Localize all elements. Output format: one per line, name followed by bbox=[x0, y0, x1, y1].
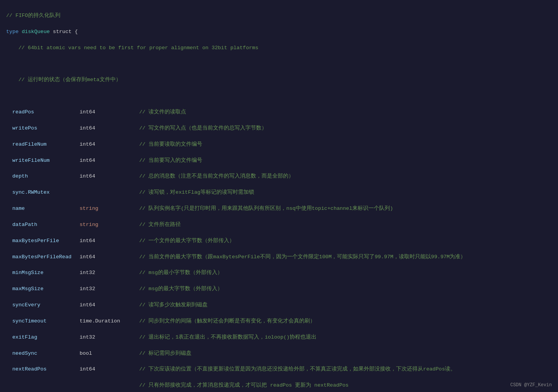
field-writefilenum: writeFileNum bbox=[12, 157, 80, 165]
field-maxmsgsize: maxMsgSize bbox=[12, 285, 80, 293]
field-depth: depth bbox=[12, 173, 80, 181]
comment-maxbytesperfileread: // 当前文件的最大字节数（跟maxBytesPerFile不同，因为一个文件限… bbox=[139, 253, 466, 261]
footer-attribution: CSDN @YZF_Kevin bbox=[510, 382, 552, 389]
comment-nextreadpos: // 下次应该读的位置（不直接更新读位置是因为消息还没投递给外部，不算真正读完成… bbox=[139, 365, 456, 374]
comment-datapath: // 文件所在路径 bbox=[139, 221, 181, 229]
field-rwmutex: sync.RWMutex bbox=[12, 189, 80, 197]
comment-writefilenum: // 当前要写入的文件编号 bbox=[139, 157, 202, 165]
keyword-type: type bbox=[6, 29, 22, 35]
comment-depth: // 总的消息数（注意不是当前文件的写入消息数，而是全部的） bbox=[139, 173, 294, 181]
field-syncevery: syncEvery bbox=[12, 301, 80, 309]
type-synctimeout: time.Duration bbox=[80, 317, 139, 326]
comment-needsync: // 标记需同步到磁盘 bbox=[139, 350, 192, 358]
type-maxbytesperfile: int64 bbox=[80, 237, 139, 245]
comment-maxbytesperfile: // 一个文件的最大字节数（外部传入） bbox=[139, 237, 235, 245]
comment-maxmsgsize: // msg的最大字节数（外部传入） bbox=[139, 285, 223, 293]
field-datapath: dataPath bbox=[12, 221, 80, 229]
comment-runtime-state: // 运行时的状态（会保存到meta文件中） bbox=[6, 77, 121, 83]
field-readfilenum: readFileNum bbox=[12, 141, 80, 149]
field-synctimeout: syncTimeout bbox=[12, 317, 80, 326]
comment-synctimeout: // 同步到文件的间隔（触发时还会判断是否有变化，有变化才会真的刷） bbox=[139, 317, 315, 326]
comment-name: // 队列实例名字(只是打印时用，用来跟其他队列有所区别，nsq中使用topic… bbox=[139, 205, 393, 213]
comment-rwmutex: // 读写锁，对exitFlag等标记的读写时需加锁 bbox=[139, 189, 254, 197]
field-nextreadpos: nextReadPos bbox=[12, 365, 80, 374]
field-readpos: readPos bbox=[12, 108, 80, 116]
comment-fifo: // FIFO的持久化队列 bbox=[6, 13, 60, 18]
comment-writepos: // 写文件的写入点（也是当前文件的总写入字节数） bbox=[139, 125, 267, 133]
type-maxmsgsize: int32 bbox=[80, 285, 139, 293]
type-syncevery: int64 bbox=[80, 301, 139, 309]
field-name: name bbox=[12, 205, 80, 213]
type-name: string bbox=[80, 205, 139, 213]
type-depth: int64 bbox=[80, 173, 139, 181]
type-minmsgsize: int32 bbox=[80, 269, 139, 277]
keyword-struct: struct { bbox=[50, 29, 78, 35]
type-maxbytesperfileread: int64 bbox=[80, 253, 139, 261]
field-exitflag: exitFlag bbox=[12, 334, 80, 342]
comment-minmsgsize: // msg的最小字节数（外部传入） bbox=[139, 269, 223, 277]
code-container: // FIFO的持久化队列 type diskQueue struct { //… bbox=[6, 4, 552, 392]
field-maxbytesperfileread: maxBytesPerFileRead bbox=[12, 253, 80, 261]
comment-readfilenum: // 当前要读取的文件编号 bbox=[139, 141, 202, 149]
field-maxbytesperfile: maxBytesPerFile bbox=[12, 237, 80, 245]
type-datapath: string bbox=[80, 221, 139, 229]
type-exitflag: int32 bbox=[80, 334, 139, 342]
field-writepos: writePos bbox=[12, 125, 80, 133]
comment-alignment: // 64bit atomic vars need to be first fo… bbox=[6, 45, 258, 51]
comment-syncevery: // 读写多少次触发刷到磁盘 bbox=[139, 301, 208, 309]
type-needsync: bool bbox=[80, 350, 139, 358]
field-minmsgsize: minMsgSize bbox=[12, 269, 80, 277]
type-writefilenum: int64 bbox=[80, 157, 139, 165]
struct-name: diskQueue bbox=[22, 29, 50, 35]
comment-readpos: // 读文件的读取点 bbox=[139, 108, 186, 116]
type-readfilenum: int64 bbox=[80, 141, 139, 149]
field-needsync: needSync bbox=[12, 350, 80, 358]
comment-nextreadpos-cont: // 只有外部接收完成，才算消息投递完成，才可以把 readPos 更新为 ne… bbox=[139, 382, 348, 390]
type-writepos: int64 bbox=[80, 125, 139, 133]
type-nextreadpos: int64 bbox=[80, 365, 139, 374]
type-readpos: int64 bbox=[80, 108, 139, 116]
comment-exitflag: // 退出标记，1表正在退出，不再接收新数据写入，ioloop()协程也退出 bbox=[139, 334, 316, 342]
